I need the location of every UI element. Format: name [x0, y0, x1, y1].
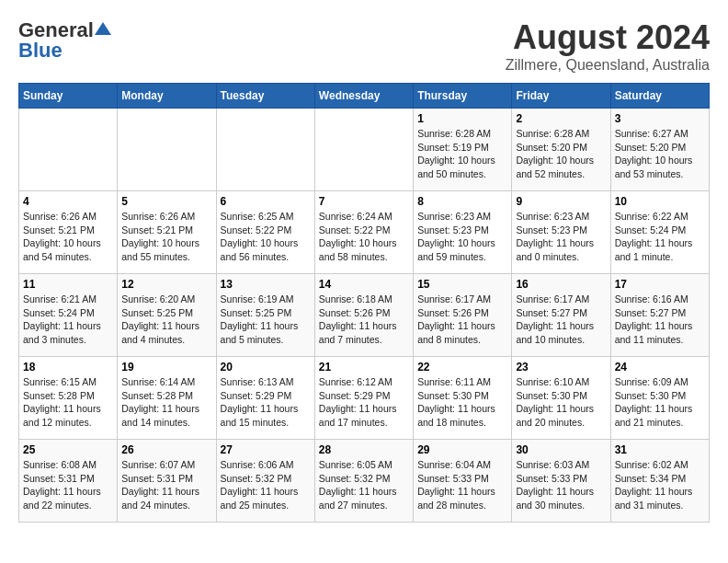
- header-monday: Monday: [118, 84, 216, 109]
- calendar-cell: 6Sunrise: 6:25 AMSunset: 5:22 PMDaylight…: [216, 191, 314, 274]
- day-number: 13: [221, 278, 311, 291]
- calendar-cell: 26Sunrise: 6:07 AMSunset: 5:31 PMDayligh…: [118, 440, 216, 523]
- day-number: 17: [615, 278, 705, 291]
- day-info: Sunrise: 6:16 AMSunset: 5:27 PMDaylight:…: [615, 293, 705, 347]
- header-saturday: Saturday: [610, 84, 709, 109]
- day-info: Sunrise: 6:26 AMSunset: 5:21 PMDaylight:…: [121, 210, 211, 264]
- calendar-cell: 14Sunrise: 6:18 AMSunset: 5:26 PMDayligh…: [314, 274, 413, 357]
- day-number: 5: [121, 195, 211, 208]
- day-info: Sunrise: 6:09 AMSunset: 5:30 PMDaylight:…: [615, 375, 705, 430]
- day-number: 27: [221, 443, 311, 456]
- day-number: 30: [516, 443, 606, 456]
- calendar-cell: 28Sunrise: 6:05 AMSunset: 5:32 PMDayligh…: [314, 440, 413, 523]
- calendar-cell: [216, 109, 314, 191]
- day-info: Sunrise: 6:07 AMSunset: 5:31 PMDaylight:…: [121, 458, 211, 512]
- day-number: 1: [417, 112, 507, 125]
- day-info: Sunrise: 6:06 AMSunset: 5:32 PMDaylight:…: [221, 458, 311, 512]
- day-number: 18: [23, 361, 113, 373]
- calendar-cell: 17Sunrise: 6:16 AMSunset: 5:27 PMDayligh…: [610, 274, 709, 357]
- calendar-cell: 10Sunrise: 6:22 AMSunset: 5:24 PMDayligh…: [610, 191, 709, 274]
- day-info: Sunrise: 6:17 AMSunset: 5:26 PMDaylight:…: [417, 293, 507, 347]
- calendar-cell: 15Sunrise: 6:17 AMSunset: 5:26 PMDayligh…: [414, 274, 512, 357]
- day-info: Sunrise: 6:05 AMSunset: 5:32 PMDaylight:…: [319, 458, 409, 512]
- svg-marker-0: [95, 22, 111, 35]
- calendar-cell: 31Sunrise: 6:02 AMSunset: 5:34 PMDayligh…: [610, 440, 709, 523]
- calendar-cell: 24Sunrise: 6:09 AMSunset: 5:30 PMDayligh…: [610, 357, 709, 440]
- day-number: 19: [121, 361, 211, 373]
- day-number: 15: [417, 278, 507, 291]
- day-info: Sunrise: 6:17 AMSunset: 5:27 PMDaylight:…: [516, 293, 606, 347]
- page-header: General Blue August 2024 Zillmere, Queen…: [18, 18, 710, 74]
- day-info: Sunrise: 6:15 AMSunset: 5:28 PMDaylight:…: [23, 375, 113, 430]
- day-number: 16: [516, 278, 606, 291]
- calendar-cell: 12Sunrise: 6:20 AMSunset: 5:25 PMDayligh…: [118, 274, 216, 357]
- day-info: Sunrise: 6:25 AMSunset: 5:22 PMDaylight:…: [221, 210, 311, 264]
- calendar-week-row: 11Sunrise: 6:21 AMSunset: 5:24 PMDayligh…: [19, 274, 710, 357]
- calendar-cell: 19Sunrise: 6:14 AMSunset: 5:28 PMDayligh…: [118, 357, 216, 440]
- day-number: 22: [417, 361, 507, 373]
- day-info: Sunrise: 6:24 AMSunset: 5:22 PMDaylight:…: [319, 210, 409, 264]
- calendar-cell: 27Sunrise: 6:06 AMSunset: 5:32 PMDayligh…: [216, 440, 314, 523]
- day-number: 29: [417, 443, 507, 456]
- day-number: 24: [615, 361, 705, 373]
- header-thursday: Thursday: [414, 84, 512, 109]
- header-friday: Friday: [512, 84, 610, 109]
- calendar-cell: 8Sunrise: 6:23 AMSunset: 5:23 PMDaylight…: [414, 191, 512, 274]
- day-number: 8: [417, 195, 507, 208]
- day-number: 12: [121, 278, 211, 291]
- page-title: August 2024: [506, 18, 710, 57]
- day-number: 6: [221, 195, 311, 208]
- day-info: Sunrise: 6:22 AMSunset: 5:24 PMDaylight:…: [615, 210, 705, 264]
- day-info: Sunrise: 6:14 AMSunset: 5:28 PMDaylight:…: [121, 375, 211, 430]
- day-number: 25: [23, 443, 113, 456]
- day-info: Sunrise: 6:28 AMSunset: 5:20 PMDaylight:…: [516, 127, 606, 181]
- day-info: Sunrise: 6:23 AMSunset: 5:23 PMDaylight:…: [516, 210, 606, 264]
- day-number: 9: [516, 195, 606, 208]
- calendar-table: SundayMondayTuesdayWednesdayThursdayFrid…: [18, 83, 710, 523]
- calendar-cell: 16Sunrise: 6:17 AMSunset: 5:27 PMDayligh…: [512, 274, 610, 357]
- calendar-cell: 23Sunrise: 6:10 AMSunset: 5:30 PMDayligh…: [512, 357, 610, 440]
- calendar-cell: 3Sunrise: 6:27 AMSunset: 5:20 PMDaylight…: [610, 109, 709, 191]
- day-number: 7: [319, 195, 409, 208]
- calendar-cell: 9Sunrise: 6:23 AMSunset: 5:23 PMDaylight…: [512, 191, 610, 274]
- calendar-header-row: SundayMondayTuesdayWednesdayThursdayFrid…: [19, 84, 710, 109]
- calendar-week-row: 25Sunrise: 6:08 AMSunset: 5:31 PMDayligh…: [19, 440, 710, 523]
- calendar-cell: 13Sunrise: 6:19 AMSunset: 5:25 PMDayligh…: [216, 274, 314, 357]
- calendar-cell: 30Sunrise: 6:03 AMSunset: 5:33 PMDayligh…: [512, 440, 610, 523]
- page-subtitle: Zillmere, Queensland, Australia: [506, 57, 710, 74]
- calendar-cell: 5Sunrise: 6:26 AMSunset: 5:21 PMDaylight…: [118, 191, 216, 274]
- calendar-week-row: 18Sunrise: 6:15 AMSunset: 5:28 PMDayligh…: [19, 357, 710, 440]
- calendar-cell: 1Sunrise: 6:28 AMSunset: 5:19 PMDaylight…: [414, 109, 512, 191]
- day-number: 31: [615, 443, 705, 456]
- logo-blue: Blue: [18, 39, 63, 63]
- day-info: Sunrise: 6:26 AMSunset: 5:21 PMDaylight:…: [23, 210, 113, 264]
- calendar-cell: 21Sunrise: 6:12 AMSunset: 5:29 PMDayligh…: [314, 357, 413, 440]
- day-info: Sunrise: 6:20 AMSunset: 5:25 PMDaylight:…: [121, 293, 211, 347]
- day-number: 14: [319, 278, 409, 291]
- calendar-cell: 7Sunrise: 6:24 AMSunset: 5:22 PMDaylight…: [314, 191, 413, 274]
- day-number: 26: [121, 443, 211, 456]
- logo-icon: [95, 22, 111, 35]
- calendar-cell: 22Sunrise: 6:11 AMSunset: 5:30 PMDayligh…: [414, 357, 512, 440]
- day-number: 28: [319, 443, 409, 456]
- day-number: 2: [516, 112, 606, 125]
- day-number: 10: [615, 195, 705, 208]
- logo: General Blue: [18, 18, 111, 63]
- day-info: Sunrise: 6:02 AMSunset: 5:34 PMDaylight:…: [615, 458, 705, 512]
- calendar-cell: 20Sunrise: 6:13 AMSunset: 5:29 PMDayligh…: [216, 357, 314, 440]
- day-info: Sunrise: 6:10 AMSunset: 5:30 PMDaylight:…: [516, 375, 606, 430]
- day-number: 3: [615, 112, 705, 125]
- day-info: Sunrise: 6:03 AMSunset: 5:33 PMDaylight:…: [516, 458, 606, 512]
- day-info: Sunrise: 6:04 AMSunset: 5:33 PMDaylight:…: [417, 458, 507, 512]
- title-block: August 2024 Zillmere, Queensland, Austra…: [506, 18, 710, 74]
- day-info: Sunrise: 6:08 AMSunset: 5:31 PMDaylight:…: [23, 458, 113, 512]
- calendar-cell: 4Sunrise: 6:26 AMSunset: 5:21 PMDaylight…: [19, 191, 118, 274]
- calendar-cell: 11Sunrise: 6:21 AMSunset: 5:24 PMDayligh…: [19, 274, 118, 357]
- day-number: 11: [23, 278, 113, 291]
- day-info: Sunrise: 6:18 AMSunset: 5:26 PMDaylight:…: [319, 293, 409, 347]
- calendar-cell: 18Sunrise: 6:15 AMSunset: 5:28 PMDayligh…: [19, 357, 118, 440]
- calendar-cell: 25Sunrise: 6:08 AMSunset: 5:31 PMDayligh…: [19, 440, 118, 523]
- calendar-cell: [314, 109, 413, 191]
- day-info: Sunrise: 6:13 AMSunset: 5:29 PMDaylight:…: [221, 375, 311, 430]
- day-info: Sunrise: 6:28 AMSunset: 5:19 PMDaylight:…: [417, 127, 507, 181]
